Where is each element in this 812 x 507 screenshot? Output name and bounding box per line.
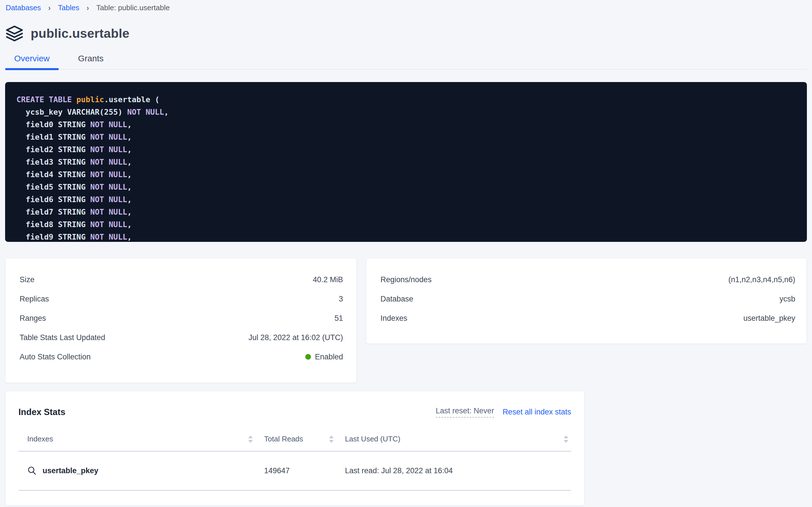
breadcrumb: Databases › Tables › Table: public.usert… — [5, 0, 807, 12]
index-link[interactable]: usertable_pkey — [27, 466, 99, 476]
breadcrumb-link-databases[interactable]: Databases — [6, 3, 41, 12]
reset-index-stats-link[interactable]: Reset all index stats — [502, 408, 571, 416]
index-table-row: usertable_pkey 149647 Last read: Jul 28,… — [18, 452, 571, 491]
index-stats-card: Index Stats Last reset: Never Reset all … — [5, 391, 584, 506]
stat-value: (n1,n2,n3,n4,n5,n6) — [728, 275, 795, 284]
layers-icon — [6, 25, 23, 42]
sql-line: ycsb_key VARCHAR(255) NOT NULL, — [16, 106, 807, 118]
stat-label: Table Stats Last Updated — [19, 333, 105, 342]
column-header-label: Last Used (UTC) — [345, 435, 400, 443]
last-reset-label[interactable]: Last reset: Never — [436, 406, 494, 417]
stat-label: Size — [19, 275, 35, 284]
sort-icon[interactable] — [328, 434, 335, 444]
index-stats-title: Index Stats — [18, 407, 65, 417]
index-stats-controls: Last reset: Never Reset all index stats — [436, 406, 571, 417]
breadcrumb-current: Table: public.usertable — [96, 3, 170, 12]
stat-value: ycsb — [779, 295, 795, 303]
breadcrumb-link-tables[interactable]: Tables — [58, 3, 79, 12]
index-stats-header: Index Stats Last reset: Never Reset all … — [18, 406, 571, 417]
tab-grants-label: Grants — [78, 54, 104, 63]
sql-line: field6 STRING NOT NULL, — [16, 193, 807, 206]
stat-value: 51 — [334, 314, 343, 323]
tab-bar: Overview Grants — [5, 54, 807, 69]
stat-label: Replicas — [19, 295, 49, 303]
stat-row-ranges: Ranges 51 — [19, 308, 343, 328]
total-reads-value: 149647 — [264, 466, 290, 475]
column-header-label: Total Reads — [264, 435, 303, 443]
sql-line: field0 STRING NOT NULL, — [16, 118, 807, 131]
sort-icon[interactable] — [563, 434, 569, 444]
table-detail-page: Databases › Tables › Table: public.usert… — [0, 0, 812, 507]
sql-line: field4 STRING NOT NULL, — [16, 168, 807, 181]
column-header-indexes: Indexes — [18, 434, 254, 444]
stat-label: Database — [380, 295, 414, 303]
column-header-label: Indexes — [27, 435, 53, 443]
status-enabled-dot-icon — [305, 354, 311, 360]
table-stats-card: Size 40.2 MiB Replicas 3 Ranges 51 Table… — [5, 258, 357, 383]
stat-row-database: Database ycsb — [380, 289, 795, 308]
stat-label: Regions/nodes — [380, 275, 432, 284]
column-header-last-used: Last Used (UTC) — [335, 434, 571, 444]
index-name-label: usertable_pkey — [43, 466, 99, 475]
sql-line: field3 STRING NOT NULL, — [16, 156, 807, 168]
last-used-value: Last read: Jul 28, 2022 at 16:04 — [345, 466, 453, 475]
index-table-header: Indexes Total Reads Last Used (UTC) — [18, 427, 571, 452]
summary-cards-row: Size 40.2 MiB Replicas 3 Ranges 51 Table… — [5, 258, 807, 383]
create-table-sql-block[interactable]: CREATE TABLE public.usertable ( ycsb_key… — [5, 82, 807, 242]
stat-row-replicas: Replicas 3 — [19, 289, 343, 308]
stat-label: Ranges — [19, 314, 46, 323]
tab-overview-label: Overview — [14, 54, 50, 63]
total-reads-cell: 149647 — [254, 466, 335, 475]
stat-value: 3 — [339, 295, 343, 303]
sql-line: field9 STRING NOT NULL, — [16, 231, 807, 242]
stat-row-auto-stats: Auto Stats Collection Enabled — [19, 347, 343, 367]
stat-label: Auto Stats Collection — [19, 352, 91, 361]
status-enabled-label: Enabled — [315, 352, 343, 361]
search-icon — [27, 466, 37, 476]
page-title: public.usertable — [30, 26, 129, 41]
last-used-cell: Last read: Jul 28, 2022 at 16:04 — [335, 466, 571, 475]
sql-line: field2 STRING NOT NULL, — [16, 144, 807, 156]
table-meta-card: Regions/nodes (n1,n2,n3,n4,n5,n6) Databa… — [366, 258, 807, 344]
tab-overview[interactable]: Overview — [5, 54, 59, 69]
tab-grants[interactable]: Grants — [69, 54, 113, 69]
sql-line: field5 STRING NOT NULL, — [16, 181, 807, 193]
chevron-right-icon: › — [86, 3, 89, 12]
sql-line: field1 STRING NOT NULL, — [16, 131, 807, 144]
stat-row-indexes: Indexes usertable_pkey — [380, 308, 795, 328]
stat-value: Jul 28, 2022 at 16:02 (UTC) — [249, 333, 343, 342]
stat-value: usertable_pkey — [743, 314, 795, 323]
sql-line: field7 STRING NOT NULL, — [16, 206, 807, 218]
stat-value: 40.2 MiB — [313, 275, 343, 284]
stat-row-stats-updated: Table Stats Last Updated Jul 28, 2022 at… — [19, 328, 343, 347]
sql-line: CREATE TABLE public.usertable ( — [16, 94, 807, 106]
page-header: public.usertable — [5, 25, 807, 42]
column-header-total-reads: Total Reads — [254, 434, 335, 444]
index-name-cell: usertable_pkey — [18, 466, 254, 476]
stat-label: Indexes — [380, 314, 408, 323]
sql-line: field8 STRING NOT NULL, — [16, 218, 807, 231]
stat-row-size: Size 40.2 MiB — [19, 270, 343, 289]
stat-row-regions: Regions/nodes (n1,n2,n3,n4,n5,n6) — [380, 270, 795, 289]
stat-value: Enabled — [305, 352, 343, 361]
sort-icon[interactable] — [247, 434, 254, 444]
chevron-right-icon: › — [48, 3, 51, 12]
